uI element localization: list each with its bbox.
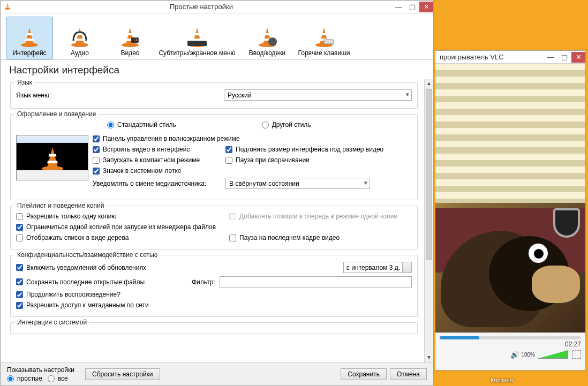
chk-enqueue-one-instance: Добавлять позиции в очередь в режиме одн…	[229, 213, 397, 220]
menu-language-label: Язык меню:	[16, 92, 220, 99]
minimize-button[interactable]: —	[391, 2, 405, 12]
chk-resize-interface[interactable]: Подгонять размер интерфейса под размер в…	[225, 146, 383, 153]
chk-one-instance-from-fm[interactable]: Ограничиться одной копией при запуске из…	[16, 223, 216, 231]
player-title: проигрыватель VLC	[439, 53, 544, 61]
notify-media-change-select[interactable]: В свёрнутом состоянии	[225, 178, 370, 189]
filter-label: Фильтр:	[192, 278, 215, 286]
save-button[interactable]: Сохранить	[341, 368, 387, 380]
tab-subtitles[interactable]: Субтитры/экранное меню	[157, 17, 237, 59]
desktop-trash-label[interactable]: Корзина	[491, 377, 513, 383]
maximize-button[interactable]: ▢	[405, 2, 419, 12]
vlc-cone-icon	[4, 2, 11, 11]
group-playlist: Плейлист и поведение копий Разрешить тол…	[10, 206, 418, 249]
chk-continue-playback[interactable]: Продолжить воспроизведение?	[16, 291, 120, 298]
scroll-thumb[interactable]	[426, 89, 432, 260]
radio-all[interactable]: все	[48, 375, 68, 382]
skin-preview	[16, 135, 88, 180]
window-title: Простые настройки	[11, 3, 391, 11]
video-area[interactable]	[435, 64, 585, 332]
chk-allow-metadata-net[interactable]: Разрешить доступ к метаданным по сети	[16, 301, 149, 309]
chk-pause-last-frame[interactable]: Пауза на последнем кадре видео	[229, 234, 340, 241]
tab-video[interactable]: Видео	[107, 17, 154, 59]
close-button[interactable]: ✕	[419, 2, 433, 12]
volume-label: 100%	[521, 352, 535, 358]
player-close-button[interactable]: ✕	[571, 52, 585, 63]
menu-language-select[interactable]: Русский	[224, 89, 412, 101]
progress-bar[interactable]	[440, 336, 581, 339]
svg-point-4	[268, 37, 277, 46]
group-language: Язык Язык меню: Русский	[10, 82, 418, 109]
elapsed-time: 02:27	[565, 340, 581, 348]
chk-update-notify[interactable]: Включить уведомления об обновлениях	[16, 264, 203, 271]
tab-interface[interactable]: Интерфейс	[6, 17, 53, 59]
player-titlebar: проигрыватель VLC — ▢ ✕	[435, 51, 585, 64]
category-tabs: Интерфейс Аудио Видео Субтитры/экранное …	[1, 13, 433, 60]
group-privacy: Конфиденциальность/взаимодействие с сеть…	[10, 255, 418, 317]
chk-save-recent[interactable]: Сохранять последние открытые файлы	[16, 278, 187, 286]
vertical-scrollbar[interactable]: ▲ ▼	[424, 79, 433, 362]
show-settings-label: Показывать настройки	[7, 366, 74, 374]
volume-icon[interactable]: 🔊	[510, 351, 519, 359]
player-window: проигрыватель VLC — ▢ ✕ 02:27 🔊 100%	[435, 50, 586, 370]
scroll-up-arrow[interactable]: ▲	[425, 79, 433, 88]
tab-hotkeys[interactable]: Горячие клавиши	[297, 17, 351, 59]
radio-simple[interactable]: простые	[7, 375, 42, 382]
radio-standard-style[interactable]: Стандартный стиль	[107, 121, 176, 128]
tab-audio[interactable]: Аудио	[56, 17, 103, 59]
player-maximize-button[interactable]: ▢	[557, 52, 571, 63]
radio-other-style[interactable]: Другой стиль	[262, 121, 311, 128]
settings-titlebar: Простые настройки — ▢ ✕	[1, 1, 433, 13]
update-interval-spinner[interactable]: с интервалом 3 д.	[343, 262, 412, 273]
filter-input[interactable]	[220, 276, 412, 287]
chk-embed-video[interactable]: Встроить видео в интерфейс	[93, 146, 221, 153]
chk-pause-minimize[interactable]: Пауза при сворачивании	[225, 156, 310, 164]
scroll-down-arrow[interactable]: ▼	[425, 353, 433, 362]
fullscreen-icon[interactable]	[572, 350, 581, 359]
chk-display-tree[interactable]: Отображать список в виде дерева	[16, 234, 225, 241]
tab-input-codecs[interactable]: Ввод/кодеки	[240, 17, 294, 59]
chk-start-minimal[interactable]: Запускать в компактном режиме	[93, 156, 221, 164]
settings-footer: Показывать настройки простые все Сбросит…	[1, 362, 433, 385]
player-minimize-button[interactable]: —	[544, 52, 557, 63]
player-controls: 02:27 🔊 100%	[435, 332, 585, 370]
notify-media-change-label: Уведомлять о смене медиаисточника:	[93, 180, 221, 187]
chk-systray-icon[interactable]: Значок в системном лотке	[93, 167, 181, 175]
group-look-feel: Оформление и поведение Стандартный стиль…	[10, 114, 418, 200]
group-os-integration: Интеграция с системой	[10, 322, 418, 334]
svg-rect-5	[324, 40, 334, 44]
svg-point-2	[135, 39, 138, 41]
chk-fullscreen-controller[interactable]: Панель управления в полноэкранном режиме	[93, 135, 240, 142]
chk-allow-one-instance[interactable]: Разрешить только одну копию	[16, 213, 225, 220]
reset-button[interactable]: Сбросить настройки	[85, 368, 160, 380]
volume-slider[interactable]	[537, 350, 568, 359]
settings-window: Простые настройки — ▢ ✕ Интерфейс Аудио …	[0, 0, 434, 386]
cancel-button[interactable]: Отмена	[390, 368, 427, 380]
page-title: Настройки интерфейса	[1, 60, 433, 79]
svg-rect-3	[187, 41, 207, 46]
